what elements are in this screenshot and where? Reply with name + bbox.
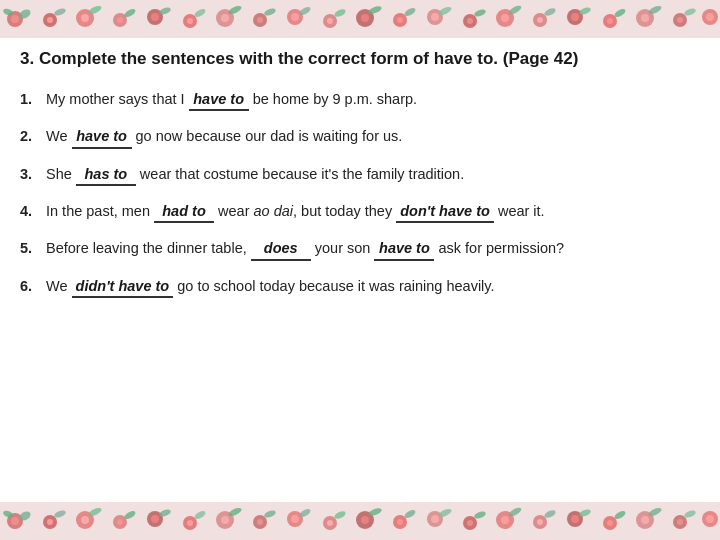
svg-point-63	[706, 13, 714, 21]
answer-5b: have to	[374, 238, 434, 260]
svg-point-88	[257, 519, 263, 525]
svg-point-115	[571, 515, 579, 523]
svg-point-6	[47, 17, 53, 23]
sentence-text: Before leaving the dinner table, does yo…	[46, 237, 564, 260]
svg-point-30	[327, 18, 333, 24]
sentence-number: 3.	[20, 164, 42, 186]
sentence-number: 6.	[20, 276, 42, 298]
svg-point-39	[431, 13, 439, 21]
page-title: 3. Complete the sentences with the corre…	[20, 48, 690, 70]
svg-point-60	[677, 17, 683, 23]
list-item: 4. In the past, men had to wear ao dai, …	[20, 200, 690, 223]
svg-point-94	[327, 520, 333, 526]
svg-point-57	[641, 14, 649, 22]
svg-point-109	[501, 516, 509, 524]
svg-point-2	[11, 15, 19, 23]
sentence-number: 4.	[20, 201, 42, 223]
bottom-border	[0, 502, 720, 540]
svg-point-112	[537, 519, 543, 525]
svg-point-24	[257, 17, 263, 23]
svg-point-73	[81, 516, 89, 524]
svg-point-97	[361, 516, 369, 524]
sentence-text: We have to go now because our dad is wai…	[46, 125, 402, 148]
svg-point-118	[607, 520, 613, 526]
answer-2: have to	[72, 126, 132, 148]
answer-5a: does	[251, 238, 311, 260]
svg-point-121	[641, 516, 649, 524]
svg-point-106	[467, 520, 473, 526]
list-item: 6. We didn't have to go to school today …	[20, 275, 690, 298]
svg-point-70	[47, 519, 53, 525]
italic-word: ao dai	[254, 203, 294, 219]
svg-point-27	[291, 13, 299, 21]
list-item: 2. We have to go now because our dad is …	[20, 125, 690, 148]
svg-point-36	[397, 17, 403, 23]
svg-point-48	[537, 17, 543, 23]
sentence-text: We didn't have to go to school today bec…	[46, 275, 495, 298]
answer-6: didn't have to	[72, 276, 174, 298]
svg-point-85	[221, 516, 229, 524]
list-item: 5. Before leaving the dinner table, does…	[20, 237, 690, 260]
answer-1: have to	[189, 89, 249, 111]
answer-4b: don't have to	[396, 201, 494, 223]
svg-point-91	[291, 515, 299, 523]
sentence-number: 1.	[20, 89, 42, 111]
svg-point-79	[151, 515, 159, 523]
top-border	[0, 0, 720, 38]
answer-4a: had to	[154, 201, 214, 223]
svg-point-9	[81, 14, 89, 22]
svg-point-12	[117, 17, 123, 23]
answer-3: has to	[76, 164, 136, 186]
sentence-text: In the past, men had to wear ao dai, but…	[46, 200, 545, 223]
svg-point-127	[706, 515, 714, 523]
svg-point-45	[501, 14, 509, 22]
sentence-number: 2.	[20, 126, 42, 148]
svg-point-18	[187, 18, 193, 24]
sentence-number: 5.	[20, 238, 42, 260]
sentence-list: 1. My mother says that I have to be home…	[20, 88, 690, 298]
main-content: 3. Complete the sentences with the corre…	[0, 38, 720, 502]
page: 3. Complete the sentences with the corre…	[0, 0, 720, 540]
svg-point-15	[151, 13, 159, 21]
svg-point-82	[187, 520, 193, 526]
list-item: 3. She has to wear that costume because …	[20, 163, 690, 186]
svg-point-100	[397, 519, 403, 525]
svg-point-21	[221, 14, 229, 22]
svg-point-124	[677, 519, 683, 525]
svg-point-103	[431, 515, 439, 523]
svg-point-76	[117, 519, 123, 525]
svg-point-51	[571, 13, 579, 21]
sentence-text: My mother says that I have to be home by…	[46, 88, 417, 111]
svg-point-42	[467, 18, 473, 24]
svg-point-54	[607, 18, 613, 24]
svg-point-66	[11, 517, 19, 525]
list-item: 1. My mother says that I have to be home…	[20, 88, 690, 111]
svg-point-33	[361, 14, 369, 22]
sentence-text: She has to wear that costume because it'…	[46, 163, 464, 186]
